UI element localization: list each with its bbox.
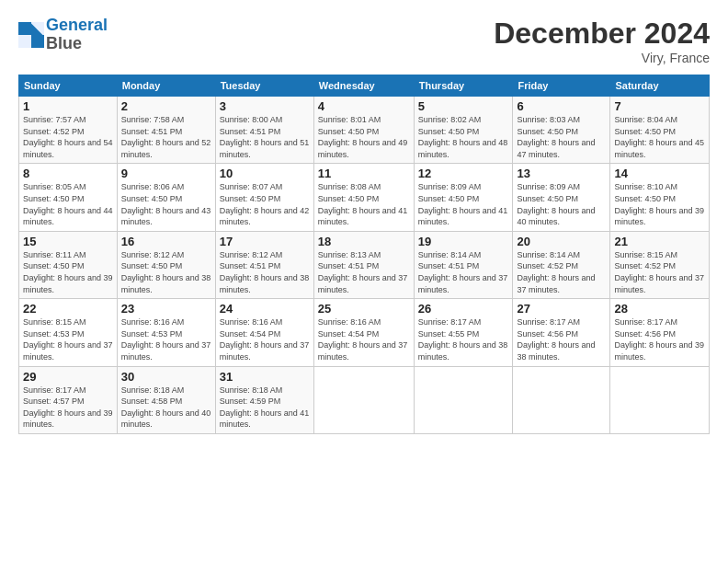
day-detail: Sunrise: 8:14 AMSunset: 4:51 PMDaylight:…: [418, 249, 509, 295]
day-detail: Sunrise: 8:16 AMSunset: 4:54 PMDaylight:…: [220, 316, 310, 362]
col-friday: Friday: [513, 75, 610, 97]
day-cell: 2 Sunrise: 7:58 AMSunset: 4:51 PMDayligh…: [117, 97, 215, 164]
day-cell: 12 Sunrise: 8:09 AMSunset: 4:50 PMDaylig…: [414, 164, 513, 231]
day-cell: [513, 366, 610, 433]
col-saturday: Saturday: [610, 75, 710, 97]
header-row: Sunday Monday Tuesday Wednesday Thursday…: [19, 75, 710, 97]
day-number: 29: [23, 370, 113, 384]
header: General Blue December 2024 Viry, France: [18, 17, 710, 65]
day-number: 12: [418, 167, 509, 180]
day-detail: Sunrise: 8:16 AMSunset: 4:54 PMDaylight:…: [318, 316, 410, 362]
day-detail: Sunrise: 8:07 AMSunset: 4:50 PMDaylight:…: [220, 181, 310, 227]
day-detail: Sunrise: 7:57 AMSunset: 4:52 PMDaylight:…: [23, 114, 113, 160]
day-cell: 3 Sunrise: 8:00 AMSunset: 4:51 PMDayligh…: [215, 97, 313, 164]
day-cell: 30 Sunrise: 8:18 AMSunset: 4:58 PMDaylig…: [117, 366, 215, 433]
day-cell: [610, 366, 710, 433]
day-detail: Sunrise: 8:17 AMSunset: 4:57 PMDaylight:…: [23, 385, 113, 431]
day-cell: 27 Sunrise: 8:17 AMSunset: 4:56 PMDaylig…: [513, 299, 610, 366]
day-cell: 9 Sunrise: 8:06 AMSunset: 4:50 PMDayligh…: [117, 164, 215, 231]
day-detail: Sunrise: 8:01 AMSunset: 4:50 PMDaylight:…: [318, 114, 410, 160]
day-detail: Sunrise: 8:18 AMSunset: 4:58 PMDaylight:…: [121, 385, 211, 431]
week-row-2: 8 Sunrise: 8:05 AMSunset: 4:50 PMDayligh…: [19, 164, 710, 231]
location: Viry, France: [494, 51, 710, 65]
day-detail: Sunrise: 8:15 AMSunset: 4:53 PMDaylight:…: [23, 316, 113, 362]
col-monday: Monday: [117, 75, 215, 97]
day-cell: 23 Sunrise: 8:16 AMSunset: 4:53 PMDaylig…: [117, 299, 215, 366]
day-number: 1: [23, 99, 113, 113]
day-cell: 15 Sunrise: 8:11 AMSunset: 4:50 PMDaylig…: [19, 231, 118, 298]
day-cell: 28 Sunrise: 8:17 AMSunset: 4:56 PMDaylig…: [610, 299, 710, 366]
day-number: 28: [614, 302, 705, 316]
day-detail: Sunrise: 8:12 AMSunset: 4:50 PMDaylight:…: [121, 249, 211, 295]
day-detail: Sunrise: 8:04 AMSunset: 4:50 PMDaylight:…: [614, 114, 705, 160]
day-cell: 4 Sunrise: 8:01 AMSunset: 4:50 PMDayligh…: [313, 97, 414, 164]
day-cell: [313, 366, 414, 433]
day-cell: 1 Sunrise: 7:57 AMSunset: 4:52 PMDayligh…: [19, 97, 118, 164]
day-detail: Sunrise: 8:12 AMSunset: 4:51 PMDaylight:…: [220, 249, 310, 295]
day-number: 17: [220, 235, 310, 248]
day-cell: 14 Sunrise: 8:10 AMSunset: 4:50 PMDaylig…: [610, 164, 710, 231]
day-cell: 7 Sunrise: 8:04 AMSunset: 4:50 PMDayligh…: [610, 97, 710, 164]
day-detail: Sunrise: 8:17 AMSunset: 4:56 PMDaylight:…: [614, 316, 705, 362]
day-detail: Sunrise: 8:06 AMSunset: 4:50 PMDaylight:…: [121, 181, 211, 227]
day-cell: 11 Sunrise: 8:08 AMSunset: 4:50 PMDaylig…: [313, 164, 414, 231]
day-cell: 16 Sunrise: 8:12 AMSunset: 4:50 PMDaylig…: [117, 231, 215, 298]
day-number: 24: [220, 302, 310, 316]
day-detail: Sunrise: 8:14 AMSunset: 4:52 PMDaylight:…: [517, 249, 606, 295]
day-number: 9: [121, 167, 211, 180]
svg-rect-2: [18, 35, 31, 48]
title-block: December 2024 Viry, France: [494, 17, 710, 65]
day-number: 6: [517, 99, 606, 113]
day-cell: 24 Sunrise: 8:16 AMSunset: 4:54 PMDaylig…: [215, 299, 313, 366]
day-cell: 21 Sunrise: 8:15 AMSunset: 4:52 PMDaylig…: [610, 231, 710, 298]
day-number: 31: [220, 370, 310, 384]
day-number: 11: [318, 167, 410, 180]
day-number: 2: [121, 99, 211, 113]
day-detail: Sunrise: 8:10 AMSunset: 4:50 PMDaylight:…: [614, 181, 705, 227]
day-cell: 25 Sunrise: 8:16 AMSunset: 4:54 PMDaylig…: [313, 299, 414, 366]
day-detail: Sunrise: 8:11 AMSunset: 4:50 PMDaylight:…: [23, 249, 113, 295]
page: General Blue December 2024 Viry, France …: [0, 0, 728, 563]
day-cell: 10 Sunrise: 8:07 AMSunset: 4:50 PMDaylig…: [215, 164, 313, 231]
day-number: 27: [517, 302, 606, 316]
col-tuesday: Tuesday: [215, 75, 313, 97]
week-row-3: 15 Sunrise: 8:11 AMSunset: 4:50 PMDaylig…: [19, 231, 710, 298]
week-row-5: 29 Sunrise: 8:17 AMSunset: 4:57 PMDaylig…: [19, 366, 710, 433]
day-detail: Sunrise: 8:15 AMSunset: 4:52 PMDaylight:…: [614, 249, 705, 295]
day-number: 4: [318, 99, 410, 113]
day-detail: Sunrise: 8:00 AMSunset: 4:51 PMDaylight:…: [220, 114, 310, 160]
day-number: 25: [318, 302, 410, 316]
day-number: 7: [614, 99, 705, 113]
day-cell: [414, 366, 513, 433]
day-number: 21: [614, 235, 705, 248]
day-detail: Sunrise: 8:17 AMSunset: 4:55 PMDaylight:…: [418, 316, 509, 362]
logo-icon: [18, 22, 44, 48]
day-cell: 22 Sunrise: 8:15 AMSunset: 4:53 PMDaylig…: [19, 299, 118, 366]
svg-rect-0: [18, 22, 31, 35]
day-number: 26: [418, 302, 509, 316]
day-number: 15: [23, 235, 113, 248]
day-detail: Sunrise: 8:02 AMSunset: 4:50 PMDaylight:…: [418, 114, 509, 160]
day-detail: Sunrise: 8:17 AMSunset: 4:56 PMDaylight:…: [517, 316, 606, 362]
calendar-table: Sunday Monday Tuesday Wednesday Thursday…: [18, 75, 710, 434]
day-number: 22: [23, 302, 113, 316]
day-number: 19: [418, 235, 509, 248]
logo-text: General Blue: [46, 17, 108, 53]
day-number: 30: [121, 370, 211, 384]
day-detail: Sunrise: 8:09 AMSunset: 4:50 PMDaylight:…: [517, 181, 606, 227]
day-cell: 5 Sunrise: 8:02 AMSunset: 4:50 PMDayligh…: [414, 97, 513, 164]
col-thursday: Thursday: [414, 75, 513, 97]
day-cell: 13 Sunrise: 8:09 AMSunset: 4:50 PMDaylig…: [513, 164, 610, 231]
day-detail: Sunrise: 8:16 AMSunset: 4:53 PMDaylight:…: [121, 316, 211, 362]
day-number: 23: [121, 302, 211, 316]
day-cell: 8 Sunrise: 8:05 AMSunset: 4:50 PMDayligh…: [19, 164, 118, 231]
day-cell: 29 Sunrise: 8:17 AMSunset: 4:57 PMDaylig…: [19, 366, 118, 433]
day-detail: Sunrise: 7:58 AMSunset: 4:51 PMDaylight:…: [121, 114, 211, 160]
day-cell: 18 Sunrise: 8:13 AMSunset: 4:51 PMDaylig…: [313, 231, 414, 298]
day-detail: Sunrise: 8:05 AMSunset: 4:50 PMDaylight:…: [23, 181, 113, 227]
week-row-4: 22 Sunrise: 8:15 AMSunset: 4:53 PMDaylig…: [19, 299, 710, 366]
day-number: 3: [220, 99, 310, 113]
day-cell: 26 Sunrise: 8:17 AMSunset: 4:55 PMDaylig…: [414, 299, 513, 366]
day-number: 10: [220, 167, 310, 180]
col-wednesday: Wednesday: [313, 75, 414, 97]
